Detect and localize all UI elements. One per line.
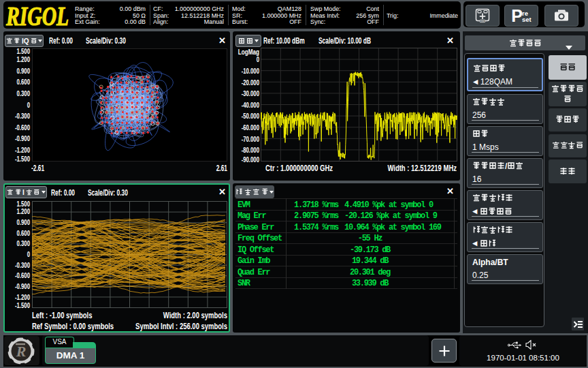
svg-text:R: R xyxy=(16,343,27,360)
svg-text:view: view xyxy=(480,20,485,22)
